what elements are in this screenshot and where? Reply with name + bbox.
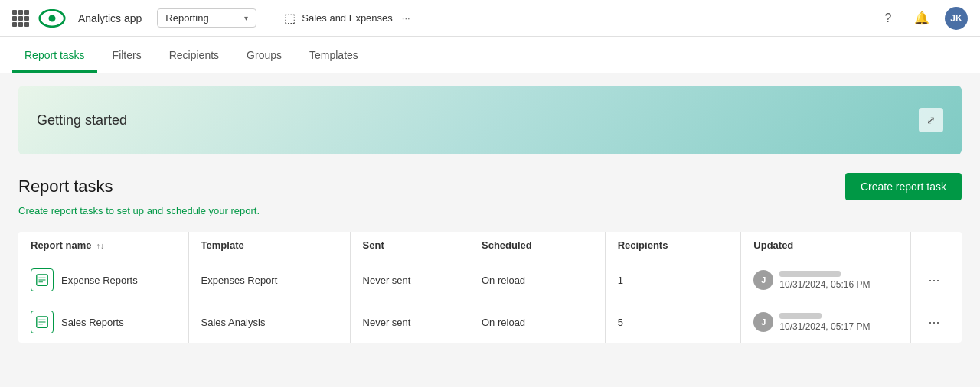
updater-avatar-1: J <box>753 312 773 332</box>
user-avatar[interactable]: JK <box>945 7 968 30</box>
updated-info-1: 10/31/2024, 05:17 PM <box>779 313 870 332</box>
sheet-name: Sales and Expenses <box>302 12 393 24</box>
tab-recipients[interactable]: Recipients <box>157 40 231 73</box>
reporting-dropdown[interactable]: Reporting ▾ <box>157 8 256 28</box>
subtitle-text: Create report tasks to set up and schedu… <box>18 205 260 216</box>
table-row: Expense Reports Expenses Report Never se… <box>18 259 962 301</box>
updated-info-0: 10/31/2024, 05:16 PM <box>779 271 870 290</box>
tab-filters[interactable]: Filters <box>100 40 154 73</box>
col-header-template: Template <box>188 232 350 259</box>
row-icon-0 <box>31 268 54 291</box>
svg-point-1 <box>49 15 56 21</box>
reporting-label: Reporting <box>165 12 208 24</box>
tab-templates[interactable]: Templates <box>297 40 371 73</box>
section-title: Report tasks <box>18 177 113 197</box>
tab-report-tasks[interactable]: Report tasks <box>12 40 97 73</box>
section-header: Report tasks Create report task <box>18 173 962 200</box>
updated-date-1: 10/31/2024, 05:17 PM <box>779 321 870 332</box>
cell-updated-0: J 10/31/2024, 05:16 PM <box>741 259 911 301</box>
getting-started-banner: Getting started ⤢ <box>18 86 962 154</box>
cell-scheduled-1: On reload <box>469 301 606 343</box>
cell-template-0: Expenses Report <box>188 259 350 301</box>
report-tasks-table: Report name ↑↓ Template Sent Scheduled R… <box>18 232 962 343</box>
app-sheet: ⬚ Sales and Expenses ··· <box>284 11 410 25</box>
grid-menu-icon[interactable] <box>12 10 29 27</box>
create-report-task-button[interactable]: Create report task <box>845 173 962 200</box>
col-header-recipients: Recipients <box>605 232 741 259</box>
cell-sent-0: Never sent <box>350 259 469 301</box>
help-icon[interactable]: ? <box>877 8 899 29</box>
nav-icons: ? 🔔 JK <box>877 7 968 30</box>
col-header-actions <box>911 232 962 259</box>
updated-date-0: 10/31/2024, 05:16 PM <box>779 279 870 290</box>
cell-actions-1: ··· <box>911 301 962 343</box>
updater-name-placeholder-1 <box>779 313 822 319</box>
cell-template-1: Sales Analysis <box>188 301 350 343</box>
row-icon-1 <box>31 311 54 333</box>
row-name-text: Expense Reports <box>61 275 138 286</box>
row-name-text: Sales Reports <box>61 317 124 328</box>
sheet-more-icon[interactable]: ··· <box>402 12 410 24</box>
sheet-icon: ⬚ <box>284 11 296 25</box>
qlik-logo <box>38 9 66 28</box>
expand-banner-button[interactable]: ⤢ <box>919 108 943 132</box>
cell-recipients-1: 5 <box>605 301 741 343</box>
table-header-row: Report name ↑↓ Template Sent Scheduled R… <box>18 232 962 259</box>
tab-bar: Report tasks Filters Recipients Groups T… <box>0 37 980 73</box>
main-content: Getting started ⤢ Report tasks Create re… <box>0 73 980 355</box>
cell-name-0: Expense Reports <box>18 259 188 301</box>
updater-avatar-0: J <box>753 270 773 290</box>
row-more-button-1[interactable]: ··· <box>923 313 944 332</box>
cell-name-1: Sales Reports <box>18 301 188 343</box>
app-name-label: Analytics app <box>78 12 142 24</box>
banner-text: Getting started <box>37 112 127 128</box>
section-subtitle: Create report tasks to set up and schedu… <box>18 205 962 216</box>
table-row: Sales Reports Sales Analysis Never sent … <box>18 301 962 343</box>
row-more-button-0[interactable]: ··· <box>923 271 944 290</box>
tab-groups[interactable]: Groups <box>234 40 294 73</box>
cell-actions-0: ··· <box>911 259 962 301</box>
sort-icon[interactable]: ↑↓ <box>96 241 104 250</box>
cell-recipients-0: 1 <box>605 259 741 301</box>
col-header-name: Report name ↑↓ <box>18 232 188 259</box>
chevron-down-icon: ▾ <box>244 14 248 22</box>
cell-scheduled-0: On reload <box>469 259 606 301</box>
notifications-icon[interactable]: 🔔 <box>911 8 933 29</box>
cell-sent-1: Never sent <box>350 301 469 343</box>
cell-updated-1: J 10/31/2024, 05:17 PM <box>741 301 911 343</box>
col-header-scheduled: Scheduled <box>469 232 606 259</box>
col-header-updated: Updated <box>741 232 911 259</box>
top-nav: Analytics app Reporting ▾ ⬚ Sales and Ex… <box>0 0 980 37</box>
updater-name-placeholder-0 <box>779 271 841 277</box>
col-header-sent: Sent <box>350 232 469 259</box>
